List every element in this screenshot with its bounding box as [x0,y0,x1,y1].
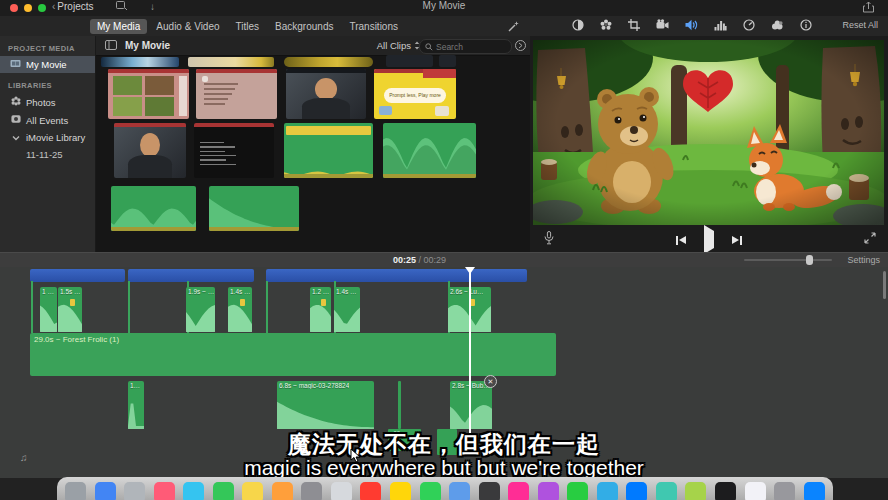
strip-blue-thumbnail[interactable] [101,57,179,67]
title-clip-bar[interactable] [266,269,527,282]
timeline-settings-button[interactable]: Settings [847,255,880,265]
dock-app-icon[interactable] [479,482,500,500]
playhead[interactable] [469,267,471,433]
dock-app-icon[interactable] [183,482,204,500]
media-tab-bar: My MediaAudio & VideoTitlesBackgroundsTr… [0,16,495,37]
clip-fragment[interactable] [398,381,401,429]
tab-backgrounds[interactable]: Backgrounds [268,19,340,34]
dock-app-icon[interactable] [154,482,175,500]
tab-titles[interactable]: Titles [229,19,267,34]
webcam2-thumbnail[interactable] [114,123,186,178]
dark-partial-thumbnail[interactable] [439,55,456,67]
info-icon[interactable] [800,19,812,31]
dock-app-icon[interactable] [804,482,825,500]
noise-reduction-icon[interactable] [771,19,784,31]
dock-app-icon[interactable] [124,482,145,500]
dock-app-icon[interactable] [95,482,116,500]
tab-my-media[interactable]: My Media [90,19,147,34]
dark-partial-thumbnail[interactable] [386,55,433,67]
terminal-thumbnail[interactable] [194,123,274,178]
clip-marker [240,299,245,306]
tab-audio-video[interactable]: Audio & Video [149,19,226,34]
dock-app-icon[interactable] [65,482,86,500]
play-button[interactable] [704,231,714,249]
strip-gold-thumbnail[interactable] [284,57,373,67]
sidebar-item-11-11-25[interactable]: 11-11-25 [0,146,95,163]
skip-back-button[interactable] [676,236,686,245]
sidebar-toggle-icon[interactable] [105,40,117,52]
webcam-thumbnail[interactable] [286,69,366,119]
color-balance-icon[interactable] [572,19,584,31]
dock-app-icon[interactable] [242,482,263,500]
stabilization-camera-icon[interactable] [656,19,669,31]
volume-icon[interactable] [685,19,698,31]
dock-app-icon[interactable] [390,482,411,500]
zoom-slider-thumb[interactable] [806,255,813,265]
project-media-header: PROJECT MEDIA [0,36,95,56]
sound-effect-clip[interactable]: 1.4s … [334,287,360,332]
sidebar-item-all-events[interactable]: All Events [0,111,95,129]
sidebar-item-label: My Movie [26,59,67,70]
dock-app-icon[interactable] [567,482,588,500]
title-clip-bar[interactable] [30,269,125,282]
crop-icon[interactable] [628,19,640,31]
sound-effect-clip[interactable]: 1.4s … [228,287,252,332]
sound-effect-clip[interactable]: 1.5s … [58,287,82,332]
tab-transitions[interactable]: Transitions [342,19,405,34]
audio-spiky-thumbnail[interactable] [383,123,476,178]
audio-clip[interactable]: 6.8s ~ magic-03-278824 [277,381,374,429]
dock-app-icon[interactable] [331,482,352,500]
sound-effect-clip[interactable]: 1 … [40,287,57,332]
sidebar-item-my-movie[interactable]: My Movie [0,56,95,73]
sound-effect-clip[interactable]: 1.9s ~ … [186,287,215,332]
dock-app-icon[interactable] [420,482,441,500]
audio-clip[interactable]: 2.8s ~ Bub…✕ [450,381,492,429]
sound-effect-clip[interactable]: 1.2 … [310,287,331,332]
speed-icon[interactable] [743,19,755,31]
dock-app-icon[interactable] [597,482,618,500]
bears-grid-thumbnail[interactable] [108,69,189,119]
audio-clip[interactable]: 1… [128,381,144,429]
pink-doc-thumbnail[interactable] [196,69,277,119]
zoom-slider[interactable] [744,259,832,261]
close-clip-button[interactable]: ✕ [484,375,497,388]
dock-app-icon[interactable] [685,482,706,500]
sidebar-item-photos[interactable]: Photos [0,93,95,111]
audio-yellowtop-thumbnail[interactable] [284,123,373,178]
all-clips-dropdown[interactable]: All Clips [377,40,420,51]
dock[interactable] [57,477,833,500]
dock-app-icon[interactable] [656,482,677,500]
photos-flower-icon [10,96,21,108]
audio-decay-thumbnail[interactable] [209,186,299,231]
dock-app-icon[interactable] [272,482,293,500]
search-input[interactable]: Search [419,39,512,54]
music-clip[interactable]: 29.0s ~ Forest Frolic (1) [30,333,556,376]
fullscreen-icon[interactable] [864,230,876,248]
dock-app-icon[interactable] [626,482,647,500]
skip-forward-button[interactable] [732,236,742,245]
dock-app-icon[interactable] [449,482,470,500]
sidebar-item-imovie-library[interactable]: iMovie Library [0,129,95,146]
color-wheel-icon[interactable] [600,19,612,31]
title-clip-bar[interactable] [128,269,254,282]
dock-app-icon[interactable] [774,482,795,500]
promo-yellow-thumbnail[interactable]: Prompt less, Play more [374,69,456,119]
dock-app-icon[interactable] [213,482,234,500]
dock-app-icon[interactable] [745,482,766,500]
clip-navigator-icon[interactable] [515,40,526,53]
share-icon[interactable] [863,1,874,15]
audio-wave-thumbnail[interactable] [111,186,196,231]
dock-app-icon[interactable] [360,482,381,500]
dock-app-icon[interactable] [538,482,559,500]
strip-pale-thumbnail[interactable] [188,57,274,67]
video-preview[interactable] [533,40,884,225]
timeline-scrollbar[interactable] [883,271,886,299]
dock-app-icon[interactable] [715,482,736,500]
window-title: My Movie [0,0,888,11]
dock-app-icon[interactable] [508,482,529,500]
reset-all-button[interactable]: Reset All [842,20,878,30]
clip-connector [31,281,33,333]
dock-app-icon[interactable] [301,482,322,500]
equalizer-icon[interactable] [714,19,727,31]
clip-marker [70,299,75,306]
